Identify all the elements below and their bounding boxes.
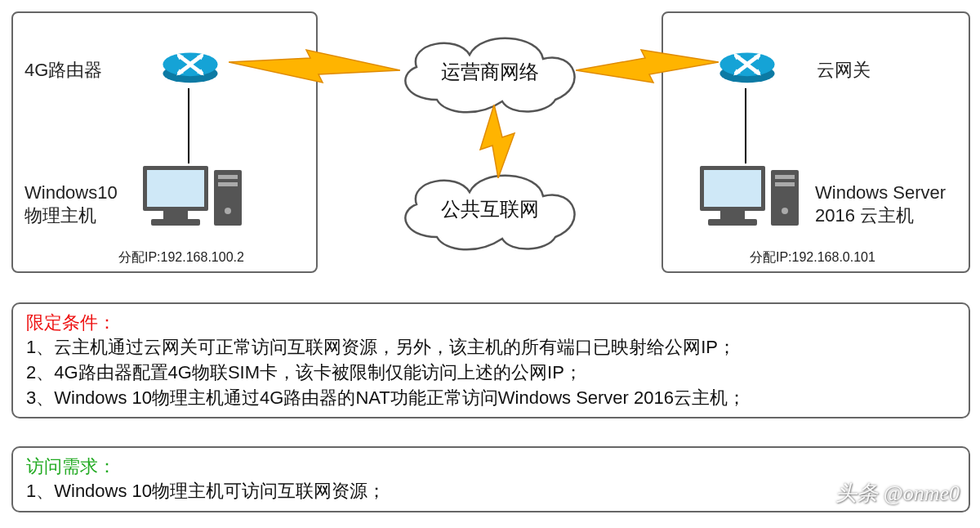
- svg-rect-11: [147, 170, 204, 207]
- router-4g-icon: [154, 39, 227, 92]
- svg-marker-36: [229, 50, 400, 83]
- bolt-right-icon: [576, 46, 719, 90]
- win10-label: Windows10 物理主机: [24, 181, 118, 226]
- svg-rect-30: [720, 211, 745, 219]
- conditions-line-1: 1、云主机通过云网关可正常访问互联网资源，另外，该主机的所有端口已映射给公网IP…: [26, 335, 956, 360]
- conditions-line-3: 3、Windows 10物理主机通过4G路由器的NAT功能正常访问Windows…: [26, 386, 956, 411]
- svg-rect-34: [775, 182, 795, 186]
- svg-marker-38: [480, 105, 514, 178]
- isp-cloud-label: 运营商网络: [388, 59, 592, 85]
- cloud-gateway-label: 云网关: [817, 59, 871, 82]
- connection-line-left: [188, 88, 189, 163]
- conditions-line-2: 2、4G路由器配置4G物联SIM卡，该卡被限制仅能访问上述的公网IP；: [26, 360, 956, 386]
- ip-right-label: 分配IP:192.168.0.101: [750, 249, 875, 266]
- router-4g-label: 4G路由器: [24, 59, 102, 82]
- bolt-left-icon: [229, 46, 400, 90]
- requirement-box: 访问需求： 1、Windows 10物理主机可访问互联网资源；: [11, 446, 970, 512]
- requirement-line-1: 1、Windows 10物理主机可访问互联网资源；: [26, 479, 956, 504]
- svg-marker-37: [576, 50, 719, 83]
- svg-rect-12: [163, 211, 188, 219]
- svg-rect-13: [151, 219, 200, 226]
- win10-pc-icon: [139, 162, 245, 239]
- winserver-label: Windows Server 2016 云主机: [815, 181, 946, 226]
- svg-rect-15: [218, 175, 238, 179]
- conditions-title: 限定条件：: [26, 311, 956, 335]
- connection-line-right: [745, 88, 746, 163]
- bolt-vertical-icon: [478, 105, 519, 181]
- requirement-title: 访问需求：: [26, 454, 956, 479]
- ip-left-label: 分配IP:192.168.100.2: [118, 249, 244, 266]
- cloud-gateway-icon: [710, 39, 784, 92]
- watermark: 头条 @onme0: [835, 479, 960, 508]
- svg-rect-31: [708, 219, 757, 226]
- svg-point-35: [782, 208, 788, 214]
- svg-rect-16: [218, 182, 238, 186]
- winserver-pc-icon: [696, 162, 802, 239]
- svg-rect-29: [704, 170, 761, 207]
- svg-point-17: [225, 208, 231, 214]
- conditions-box: 限定条件： 1、云主机通过云网关可正常访问互联网资源，另外，该主机的所有端口已映…: [11, 302, 970, 418]
- svg-rect-33: [775, 175, 795, 179]
- internet-cloud-label: 公共互联网: [388, 196, 592, 222]
